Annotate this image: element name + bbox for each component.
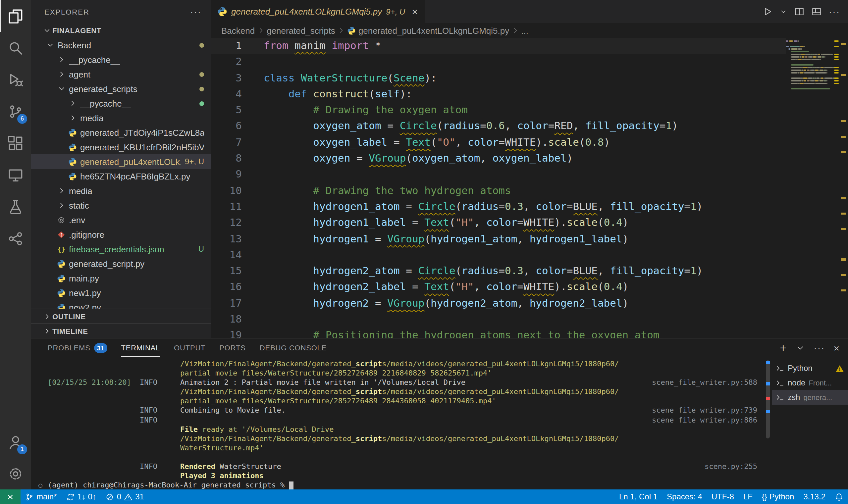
tree-item-generated-jtdoiy4ip1sczwl8ah5[interactable]: generated_JTdOiy4iP1sCZwL8ah5...: [31, 125, 211, 140]
line-number: 14: [211, 247, 252, 263]
tree-item-label: generated_puL4xentLOLk...: [80, 157, 181, 166]
tree-item-new2-py[interactable]: new2.py: [31, 300, 211, 309]
activity-remote-explorer[interactable]: [0, 159, 31, 191]
tab-terminal[interactable]: TERMINAL: [121, 338, 160, 357]
tree-item-env[interactable]: .env: [31, 213, 211, 227]
workspace-name: FINALAGENT: [52, 26, 101, 34]
split-editor-icon[interactable]: [794, 7, 804, 17]
section-timeline[interactable]: TIMELINE: [31, 323, 211, 338]
log-source-ref: scene_file_writer.py:886: [652, 416, 757, 425]
tab-problems[interactable]: PROBLEMS 31: [48, 338, 107, 357]
tree-item-media[interactable]: media: [31, 183, 211, 198]
python-icon: [67, 142, 78, 152]
breadcrumb-item-symbol[interactable]: ...: [521, 25, 528, 35]
tree-item-media[interactable]: media: [31, 111, 211, 125]
line-number: 4: [211, 86, 252, 102]
tree-item-gitignore[interactable]: .gitignore: [31, 227, 211, 242]
tree-item-new1-py[interactable]: new1.py: [31, 285, 211, 300]
code-text: hydrogen1_label = Text("H", color=WHITE)…: [252, 215, 629, 231]
run-python-button[interactable]: [762, 7, 773, 17]
tree-item-generated-script-py[interactable]: generated_script.py: [31, 256, 211, 271]
tab-generated-script[interactable]: generated_puL4xentLOLkgnLGMqi5.py 9+, U …: [211, 0, 425, 23]
outline-label: OUTLINE: [52, 312, 86, 320]
problems-summary[interactable]: 0 31: [101, 489, 149, 504]
indentation[interactable]: Spaces: 4: [662, 489, 707, 504]
activity-explorer[interactable]: [0, 0, 31, 32]
new-terminal-icon[interactable]: +: [780, 342, 788, 353]
section-outline[interactable]: OUTLINE: [31, 309, 211, 323]
tree-item-label: Backend: [58, 40, 91, 50]
more-actions-icon[interactable]: ···: [829, 6, 840, 18]
line-number: 9: [211, 166, 252, 183]
run-icon: [8, 72, 23, 87]
run-dropdown-icon[interactable]: [780, 8, 787, 15]
tree-item-generated-kbu1cfrdbil2nh5ibvg[interactable]: generated_KBU1cfrDBil2nH5ibVG...: [31, 140, 211, 154]
code-line: 15 hydrogen2_atom = Circle(radius=0.3, c…: [211, 263, 786, 279]
terminal-output[interactable]: /VizMotion/FinalAgent/Backend/generated_…: [31, 357, 764, 489]
workspace-section-finalagent[interactable]: FINALAGENT: [31, 23, 211, 38]
terminal-instance-zsh[interactable]: zsh genera...: [772, 390, 848, 404]
breadcrumb-item[interactable]: Backend: [221, 25, 255, 35]
code-editor[interactable]: 1from manim import *23class WaterStructu…: [211, 38, 786, 338]
code-line: 14: [211, 247, 786, 263]
breadcrumb-item[interactable]: generated_scripts: [267, 25, 335, 35]
tree-item-label: media: [80, 113, 104, 123]
chevron-right-icon: [42, 325, 52, 336]
python-icon: [67, 127, 78, 138]
language-mode[interactable]: {} Python: [757, 489, 799, 504]
code-text: [252, 54, 264, 70]
tree-item-generated-pul4xentlolk[interactable]: generated_puL4xentLOLk...9+, U: [31, 154, 211, 169]
notifications-bell[interactable]: [830, 489, 848, 504]
tree-item-firebase-credentials-json[interactable]: {}firebase_credentials.jsonU: [31, 242, 211, 256]
sidebar-more-actions-icon[interactable]: ···: [190, 7, 201, 16]
activity-run-debug[interactable]: [0, 64, 31, 95]
tree-item-he65ztn4pcafb6igbzlx-py[interactable]: he65ZTN4pcAFB6IgBZLx.py: [31, 169, 211, 183]
terminal-instance-python[interactable]: Python: [772, 361, 848, 376]
tab-problems-badge: 9+, U: [386, 7, 405, 16]
cursor-position[interactable]: Ln 1, Col 1: [615, 489, 662, 504]
remote-indicator[interactable]: [0, 489, 20, 504]
panel-close-icon[interactable]: ×: [833, 343, 840, 353]
tree-item-backend[interactable]: Backend: [31, 38, 211, 52]
code-line: 12 hydrogen1_label = Text("H", color=WHI…: [211, 215, 786, 231]
tree-item-pycache[interactable]: __pycache__: [31, 52, 211, 67]
tree-item-static[interactable]: static: [31, 198, 211, 213]
activity-account[interactable]: 1: [0, 426, 31, 457]
warning-mark: [841, 274, 846, 276]
encoding[interactable]: UTF-8: [707, 489, 739, 504]
terminal-line: /VizMotion/FinalAgent/Backend/generated_…: [31, 388, 764, 397]
activity-extensions[interactable]: [0, 127, 31, 159]
minimap[interactable]: [786, 38, 839, 338]
terminal-scrollbar[interactable]: [764, 357, 772, 489]
line-number: 2: [211, 54, 252, 70]
activity-search[interactable]: [0, 32, 31, 64]
tab-output[interactable]: OUTPUT: [174, 338, 205, 357]
tree-item-generated-scripts[interactable]: generated_scripts: [31, 82, 211, 96]
gearfile-icon: [56, 215, 67, 225]
git-branch-item[interactable]: main*: [20, 489, 61, 504]
tree-item-pycache[interactable]: __pycache__: [31, 96, 211, 111]
activity-custom-view[interactable]: [0, 222, 31, 254]
terminal-instance-node[interactable]: node Front...: [772, 376, 848, 390]
layout-icon[interactable]: [812, 7, 822, 17]
terminal-line: [02/15/25 21:08:20]INFOAnimation 2 : Par…: [31, 378, 764, 388]
activity-testing[interactable]: [0, 191, 31, 222]
python-interpreter[interactable]: 3.13.2: [799, 489, 830, 504]
tree-item-agent[interactable]: agent: [31, 67, 211, 82]
activity-settings[interactable]: [0, 457, 31, 489]
activity-source-control[interactable]: 6: [0, 95, 31, 127]
tab-ports[interactable]: PORTS: [219, 338, 245, 357]
terminal-dropdown-icon[interactable]: [796, 343, 805, 352]
tree-item-label: new2.py: [69, 302, 101, 309]
git-sync-item[interactable]: 1↓ 0↑: [61, 489, 101, 504]
chevron-right-icon: [337, 26, 345, 34]
breadcrumb-item-file[interactable]: generated_puL4xentLOLkgnLGMqi5.py: [347, 25, 509, 35]
gear-icon: [8, 466, 23, 481]
tree-item-main-py[interactable]: main.py: [31, 271, 211, 285]
tab-debug-console[interactable]: DEBUG CONSOLE: [260, 338, 326, 357]
terminal-line: WaterStructure.mp4': [31, 444, 764, 453]
panel-more-icon[interactable]: ···: [814, 343, 825, 352]
tab-close-icon[interactable]: ×: [412, 7, 418, 17]
eol-sequence[interactable]: LF: [739, 489, 757, 504]
modified-dot: [199, 72, 204, 76]
